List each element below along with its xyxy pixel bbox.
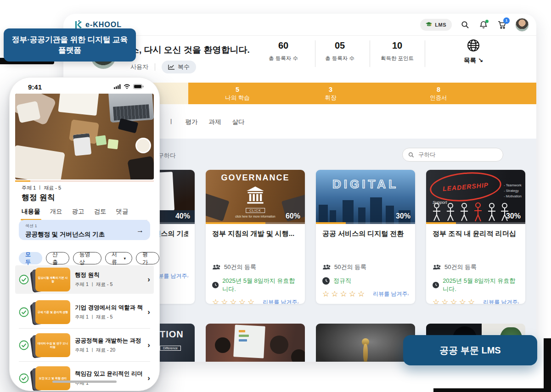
- validity-row: 2025년 5월 8일까지 유효합니다.: [433, 277, 519, 293]
- list-link[interactable]: 목록 ↘: [457, 39, 489, 65]
- chip-documents[interactable]: 서류 ▾: [105, 252, 132, 264]
- tab-evaluation[interactable]: 평가: [186, 118, 198, 126]
- multi-pill-button[interactable]: 복수: [162, 61, 196, 73]
- search-button[interactable]: [460, 20, 470, 30]
- image-caption: - Teamwork - Strategy - Motivation: [504, 183, 522, 199]
- cart-badge: 1: [503, 17, 510, 24]
- tab-badges[interactable]: 3 휘장: [289, 85, 372, 101]
- divider: [19, 328, 150, 329]
- lesson-list-item[interactable]: 임상시험 계획의 기본 사항 행정 원칙 주제 1 ㅣ 재료 - 5 ›: [15, 265, 154, 294]
- stat-label: 총 등록자 수: [315, 55, 365, 62]
- notification-dot: [485, 20, 489, 23]
- lesson-list-item[interactable]: 규제 기준 및 윤리적 관행 기업 경영에서의 역할과 책임 주제 1 ㅣ 재료…: [15, 298, 154, 326]
- tab-contents[interactable]: 내용물: [22, 207, 40, 216]
- tab-count: 3: [289, 85, 372, 94]
- photo-camera: [127, 156, 154, 179]
- graduation-cap-icon: [426, 22, 432, 28]
- chevron-right-icon[interactable]: ›: [147, 341, 150, 350]
- chevron-right-icon[interactable]: ›: [147, 374, 150, 383]
- chip-label: 서류: [112, 251, 122, 266]
- validity-row: 2025년 5월 8일까지 유효합니다.: [212, 277, 298, 293]
- ekhool-logo-icon: [73, 20, 83, 29]
- image-tag: Difference: [160, 346, 181, 351]
- check-circle-icon: [19, 373, 29, 383]
- thumbnail-text: 임상시험 계획의 기본 사항: [37, 276, 68, 284]
- notifications-button[interactable]: [478, 20, 489, 30]
- ekhool-logo[interactable]: e-KHOOL: [73, 20, 122, 29]
- search-input[interactable]: [417, 151, 493, 158]
- section-card[interactable]: 섹션 1 공공행정 및 거버넌스의 기초 →: [19, 220, 150, 240]
- star-rating-icons[interactable]: ☆☆☆☆☆: [322, 289, 366, 299]
- multi-pill-label: 복수: [178, 63, 190, 71]
- chip-all[interactable]: 모두: [19, 252, 42, 264]
- course-thumbnail-meeting[interactable]: [206, 324, 305, 362]
- lms-button[interactable]: LMS: [420, 19, 452, 31]
- section-title: 공공행정 및 거버넌스의 기초: [25, 230, 144, 239]
- photo-sticky-note: [107, 139, 118, 149]
- course-card-digital[interactable]: DIGITAL 30% 공공 서비스의 디지털 전환: [316, 170, 415, 304]
- whiteboard-graphic: [233, 325, 265, 358]
- people-icon: [212, 264, 220, 270]
- thumbnail-text: 데이터 수집 및 연구 모니터링: [37, 342, 68, 349]
- city-building: [358, 207, 365, 224]
- user-avatar[interactable]: [515, 18, 529, 32]
- chevron-right-icon[interactable]: ›: [147, 308, 150, 317]
- course-title: 공공 서비스의 디지털 전환: [322, 230, 409, 238]
- tab-reviews[interactable]: 검토: [94, 207, 107, 216]
- sub-tab-row: ㅣ 평가 과제 살다: [168, 118, 245, 126]
- validity-text: 2025년 5월 8일까지 유효합니다.: [443, 277, 519, 293]
- battery-icon: [133, 84, 144, 89]
- course-search[interactable]: [402, 148, 503, 162]
- course-image-title: GOVERNANCE: [206, 173, 305, 183]
- city-building: [386, 206, 394, 224]
- tab-comments[interactable]: 댓글: [116, 207, 129, 216]
- chip-output[interactable]: 산출: [46, 252, 69, 264]
- click-button-graphic: CLICK: [246, 208, 265, 213]
- stick-figures-graphic: [430, 202, 517, 222]
- lesson-tab-bar: 내용물 개요 광고 검토 댓글: [22, 207, 147, 220]
- divider: [155, 63, 155, 71]
- review-link[interactable]: 리뷰를 남겨주세요: [483, 298, 519, 304]
- tab-overview[interactable]: 개요: [50, 207, 62, 216]
- course-card-governance[interactable]: GOVERNANCE CLICK click here for more inf…: [206, 170, 305, 304]
- chevron-right-icon[interactable]: ›: [147, 275, 150, 284]
- course-card-body: 정부 조직 내 윤리적 리더십 50건의 등록 2025년 5월 8일까지 유효…: [426, 224, 525, 304]
- course-card-leadership[interactable]: LEADERSHIP - Teamwork - Strategy - Motiv…: [426, 170, 525, 304]
- arrow-right-icon[interactable]: →: [136, 226, 144, 235]
- section-label: 섹션 1: [25, 223, 144, 229]
- city-building: [319, 205, 328, 224]
- check-circle-icon: [19, 340, 29, 350]
- stat-label: 획득한 포인트: [372, 55, 422, 62]
- review-link[interactable]: 리뷰를 남겨주세요: [263, 298, 298, 304]
- lesson-list-item[interactable]: 데이터 수집 및 연구 모니터링 공공정책을 개발하는 과정 주제 1 ㅣ 재료…: [15, 331, 154, 359]
- tab-my-learning[interactable]: 5 나의 학습: [196, 85, 279, 101]
- lesson-item-text: 기업 경영에서의 역할과 책임 주제 1 ㅣ 재료 - 5: [75, 304, 143, 320]
- chip-video[interactable]: 동영상: [73, 252, 101, 264]
- tab-announcements[interactable]: 광고: [72, 207, 84, 216]
- lesson-list-item[interactable]: 보안 보고 및 위험 관리 책임감 있고 윤리적인 리더십 주제 1 ›: [15, 364, 154, 391]
- home-indicator[interactable]: [52, 381, 117, 383]
- enrollment-row: 50건의 등록: [212, 263, 298, 271]
- course-thumbnail-chess[interactable]: [316, 324, 415, 362]
- rating-row: ☆☆☆☆☆ 리뷰를 남겨주세요: [433, 297, 519, 304]
- header-actions: LMS: [420, 18, 529, 32]
- enrollment-row: 50건의 등록: [433, 263, 519, 271]
- tab-label: 인증서: [397, 94, 480, 101]
- lesson-item-text: 공공정책을 개발하는 과정 주제 1 ㅣ 재료 - 20: [75, 337, 143, 353]
- tab-live[interactable]: 살다: [232, 118, 245, 126]
- public-sector-lms-button[interactable]: 공공 부문 LMS: [403, 335, 537, 365]
- cart-button[interactable]: 1: [497, 20, 507, 30]
- stat-points: 10 획득한 포인트: [372, 40, 422, 62]
- tab-assignments[interactable]: 과제: [209, 118, 221, 126]
- star-rating-icons[interactable]: ☆☆☆☆☆: [433, 297, 477, 304]
- chip-evaluation[interactable]: 평가: [136, 252, 159, 264]
- city-building: [370, 197, 382, 224]
- validity-text: 2025년 5월 8일까지 유효합니다.: [222, 277, 298, 293]
- leadership-cloud: LEADERSHIP: [429, 170, 503, 204]
- filter-label[interactable]: 구하다: [158, 151, 176, 160]
- review-link[interactable]: 리뷰를 남겨주세요: [373, 290, 409, 298]
- course-card-body: 정부 지침의 개발 및 시행... 50건의 등록 2025년 5월 8일까지 …: [206, 224, 305, 304]
- tab-certificates[interactable]: 8 인증서: [397, 85, 480, 101]
- star-rating-icons[interactable]: ☆☆☆☆☆: [212, 297, 256, 304]
- course-title: 정부 지침의 개발 및 시행...: [212, 230, 298, 238]
